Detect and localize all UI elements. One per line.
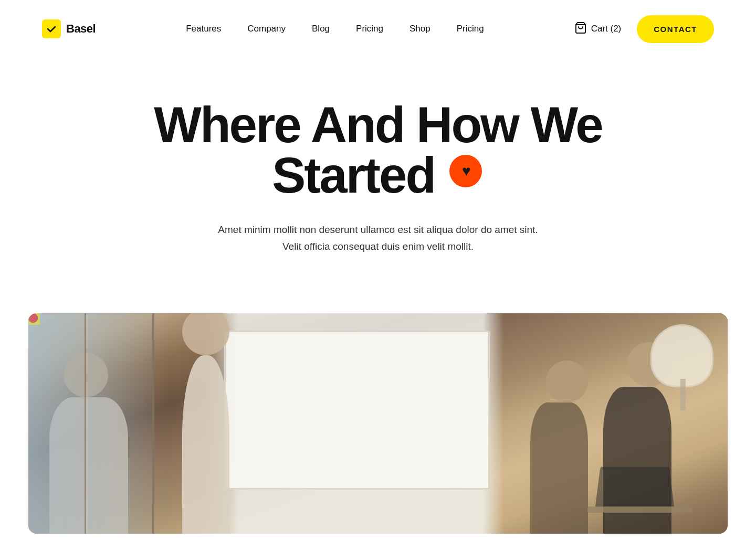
whiteboard [224,331,490,489]
hero-section: Where And How We Started Amet minim moll… [0,58,756,287]
checkmark-icon [46,23,57,35]
hero-title-line1: Where And How We [154,97,602,153]
cart-link[interactable]: Cart (2) [574,22,622,37]
person-presenter-head [182,313,229,355]
nav-links: Features Company Blog Pricing Shop Prici… [186,24,484,34]
hero-subtitle-line1: Amet minim mollit non deserunt ullamco e… [218,224,538,235]
logo-link[interactable]: Basel [42,19,96,38]
person-presenter [182,355,229,534]
heart-badge [449,155,482,187]
nav-blog[interactable]: Blog [312,24,330,34]
laptop-screen [595,467,674,506]
nav-pricing-1[interactable]: Pricing [356,24,383,34]
cart-icon [574,22,587,37]
hero-subtitle: Amet minim mollit non deserunt ullamco e… [105,221,651,256]
person-right2 [530,402,588,534]
nav-pricing-2[interactable]: Pricing [457,24,484,34]
nav-shop[interactable]: Shop [410,24,430,34]
hero-subtitle-line2: Velit officia consequat duis enim velit … [282,241,474,252]
hero-title: Where And How We Started [105,100,651,200]
hero-title-line2: Started [272,147,484,203]
office-scene-bg [28,313,728,534]
nav-features[interactable]: Features [186,24,221,34]
navbar: Basel Features Company Blog Pricing Shop… [0,0,756,58]
cart-label: Cart (2) [591,24,622,34]
logo-icon [42,19,61,38]
nav-right: Cart (2) CONTACT [574,15,714,43]
lamp-shade [650,324,713,387]
window [28,313,154,534]
hero-image [28,313,728,534]
nav-company[interactable]: Company [247,24,286,34]
logo-text: Basel [66,22,96,36]
laptop-desk [587,506,692,513]
person-right2-head [546,361,588,402]
contact-button[interactable]: CONTACT [637,15,714,43]
lamp-stand [680,379,686,410]
window-divider [85,313,86,534]
